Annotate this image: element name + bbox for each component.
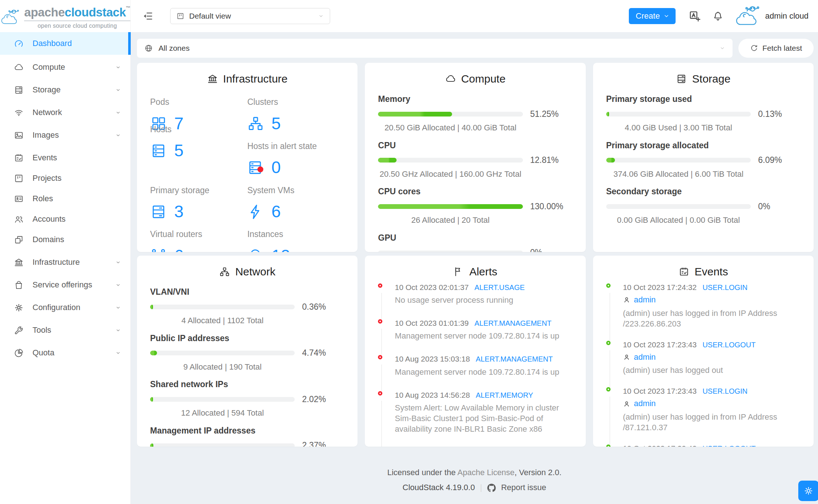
fetch-latest-button[interactable]: Fetch latest xyxy=(738,39,814,58)
alert-tag-link[interactable]: ALERT.MEMORY xyxy=(476,391,533,400)
sidebar-item-roles[interactable]: Roles xyxy=(0,188,130,209)
sidebar-item-infrastructure[interactable]: Infrastructure xyxy=(0,252,130,272)
zone-selector[interactable]: All zones xyxy=(137,39,733,58)
picture-icon xyxy=(14,130,24,140)
stat-instances[interactable]: Instances 12 xyxy=(247,229,344,252)
meter-public-ip: Public IP addresses 4.74% 9 Allocated | … xyxy=(150,333,344,372)
translate-icon[interactable] xyxy=(689,10,701,22)
stat-system-vms[interactable]: System VMs 6 xyxy=(247,186,344,222)
event-user-link[interactable]: admin xyxy=(634,295,656,305)
reload-icon xyxy=(750,44,758,52)
event-user-link[interactable]: admin xyxy=(634,399,656,408)
alert-item: 10 Aug 2023 14:56:28ALERT.MEMORY System … xyxy=(378,390,572,434)
meter-gpu: GPU 0% 0 Allocated | 0 Total xyxy=(378,233,572,252)
stat-virtual-routers[interactable]: Virtual routers 6 xyxy=(150,229,247,252)
event-tag-link[interactable]: USER.LOGOUT xyxy=(703,444,756,447)
sidebar-item-storage[interactable]: Storage xyxy=(0,80,130,100)
calendar-check-icon xyxy=(679,266,689,277)
event-item: 10 Oct 2023 17:24:32USER.LOGIN admin (ad… xyxy=(606,283,800,329)
project-icon xyxy=(14,173,24,183)
domains-icon xyxy=(14,235,24,245)
progress-bar xyxy=(150,351,295,355)
event-user-link[interactable]: admin xyxy=(634,352,656,362)
view-selector[interactable]: Default view xyxy=(170,8,330,24)
alert-tag-link[interactable]: ALERT.MANAGEMENT xyxy=(476,355,553,363)
meter-shared-ips: Shared network IPs 2.02% 12 Allocated | … xyxy=(150,379,344,418)
sidebar-item-service-offerings[interactable]: Service offerings xyxy=(0,275,130,295)
user-name[interactable]: admin cloud xyxy=(765,11,809,21)
sidebar-item-label: Tools xyxy=(33,325,51,335)
sidebar-item-label: Service offerings xyxy=(33,280,92,290)
stat-primary-storage[interactable]: Primary storage 3 xyxy=(150,186,247,222)
user-icon xyxy=(623,400,630,408)
sidebar-item-label: Events xyxy=(33,153,57,163)
shopping-bag-icon xyxy=(14,280,24,290)
database-icon xyxy=(14,85,24,95)
alert-dot-icon xyxy=(378,355,382,359)
zone-row: All zones Fetch latest xyxy=(137,39,814,58)
cloud-icon xyxy=(14,62,24,72)
team-icon xyxy=(14,214,24,224)
sidebar-item-images[interactable]: Images xyxy=(0,125,130,145)
cloudstack-logo[interactable]: apachecloudstack™ open source cloud comp… xyxy=(0,0,130,32)
sidebar-item-label: Quota xyxy=(33,348,54,358)
view-selector-value: Default view xyxy=(189,11,231,20)
apache-license-link[interactable]: Apache License xyxy=(458,468,515,477)
alerts-card-title: Alerts xyxy=(378,265,572,278)
gear-icon xyxy=(803,486,814,496)
progress-bar xyxy=(378,204,523,209)
sidebar-item-domains[interactable]: Domains xyxy=(0,229,130,250)
storage-card: Storage Primary storage used 0.13% 4.00 … xyxy=(593,63,814,252)
sidebar-item-dashboard[interactable]: Dashboard xyxy=(0,32,130,55)
version-line: CloudStack 4.19.0.0 | Report issue xyxy=(131,483,818,492)
sidebar-item-label: Domains xyxy=(33,235,64,244)
sidebar-item-events[interactable]: Events xyxy=(0,148,130,168)
progress-bar xyxy=(150,397,295,402)
create-button[interactable]: Create xyxy=(629,8,676,24)
stat-hosts[interactable]: Hosts 5 xyxy=(150,141,247,178)
event-tag-link[interactable]: USER.LOGIN xyxy=(703,387,748,396)
sidebar-item-tools[interactable]: Tools xyxy=(0,320,130,340)
wifi-icon xyxy=(14,108,24,118)
user-avatar[interactable] xyxy=(734,5,761,27)
storage-card-title: Storage xyxy=(606,72,800,85)
chevron-down-icon xyxy=(115,133,121,138)
dashboard-grid: Infrastructure Pods 7 Clusters 5 Hosts xyxy=(137,63,814,447)
event-tag-link[interactable]: USER.LOGIN xyxy=(703,283,748,292)
event-tag-link[interactable]: USER.LOGOUT xyxy=(703,340,756,349)
stat-hosts-alert[interactable]: Hosts in alert state 0 xyxy=(247,141,344,178)
thunderbolt-icon xyxy=(247,203,264,220)
sidebar-item-configuration[interactable]: Configuration xyxy=(0,297,130,318)
alert-tag-link[interactable]: ALERT.USAGE xyxy=(474,283,524,292)
chevron-down-icon xyxy=(115,305,121,310)
sidebar-item-compute[interactable]: Compute xyxy=(0,57,130,77)
meter-primary-allocated: Primary storage allocated 6.09% 374.06 G… xyxy=(606,141,800,179)
sidebar-item-quota[interactable]: Quota xyxy=(0,343,130,363)
progress-bar xyxy=(150,443,295,447)
sidebar-item-accounts[interactable]: Accounts xyxy=(0,209,130,229)
sidebar-item-label: Projects xyxy=(33,173,61,183)
cloud-icon xyxy=(445,73,456,84)
chevron-down-icon xyxy=(115,282,121,288)
report-issue-link[interactable]: Report issue xyxy=(501,483,546,492)
infrastructure-card-title: Infrastructure xyxy=(150,72,344,85)
version-label: CloudStack 4.19.0.0 xyxy=(402,483,475,492)
alert-tag-link[interactable]: ALERT.MANAGEMENT xyxy=(474,319,551,328)
chevron-down-icon xyxy=(115,110,121,115)
pie-chart-icon xyxy=(14,348,24,358)
stat-clusters[interactable]: Clusters 5 xyxy=(247,97,344,134)
settings-float-button[interactable] xyxy=(798,481,818,501)
sidebar-item-projects[interactable]: Projects xyxy=(0,168,130,188)
alert-dot-icon xyxy=(378,319,382,324)
chevron-down-icon xyxy=(318,13,324,19)
database-icon xyxy=(676,73,687,84)
meter-cpu-cores: CPU cores 130.00% 26 Allocated | 20 Tota… xyxy=(378,187,572,225)
event-dot-icon xyxy=(606,444,611,447)
project-view-icon xyxy=(176,12,184,20)
calendar-check-icon xyxy=(14,153,24,163)
notification-bell-icon[interactable] xyxy=(712,11,723,22)
menu-fold-icon[interactable] xyxy=(142,11,153,22)
sidebar-item-network[interactable]: Network xyxy=(0,102,130,123)
sidebar-menu: Dashboard Compute Storage Network Images… xyxy=(0,32,130,363)
create-button-label: Create xyxy=(636,11,660,21)
